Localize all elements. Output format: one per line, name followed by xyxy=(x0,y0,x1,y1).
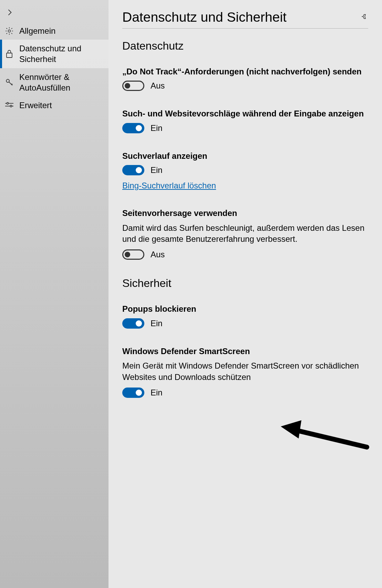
setting-suggestions: Such- und Websitevorschläge während der … xyxy=(122,108,368,133)
svg-line-7 xyxy=(295,430,367,447)
gear-icon xyxy=(4,27,14,35)
section-heading-security: Sicherheit xyxy=(122,277,368,290)
toggle-do-not-track[interactable] xyxy=(122,81,144,91)
setting-smartscreen: Windows Defender SmartScreen Mein Gerät … xyxy=(122,346,368,398)
svg-point-2 xyxy=(6,79,9,82)
sidebar: Allgemein Datenschutz und Sicherheit Ken… xyxy=(0,0,109,588)
svg-point-0 xyxy=(8,30,11,32)
sidebar-item-passwords[interactable]: Kennwörter & AutoAusfüllen xyxy=(0,68,109,96)
setting-label: Seitenvorhersage verwenden xyxy=(122,208,368,219)
sidebar-item-general[interactable]: Allgemein xyxy=(0,22,109,40)
sidebar-item-label: Datenschutz und Sicherheit xyxy=(19,43,104,64)
sidebar-item-privacy-security[interactable]: Datenschutz und Sicherheit xyxy=(0,40,109,68)
page-title: Datenschutz und Sicherheit xyxy=(122,10,287,25)
section-heading-privacy: Datenschutz xyxy=(122,40,368,52)
setting-search-history: Suchverlauf anzeigen Ein Bing-Suchverlau… xyxy=(122,151,368,190)
chevron-right-icon xyxy=(7,9,13,17)
sidebar-item-label: Kennwörter & AutoAusfüllen xyxy=(19,72,104,93)
toggle-state: Aus xyxy=(151,81,165,91)
title-divider xyxy=(122,28,368,29)
setting-description: Damit wird das Surfen beschleunigt, auße… xyxy=(122,223,368,245)
expand-button[interactable] xyxy=(0,4,109,22)
setting-label: Popups blockieren xyxy=(122,303,368,314)
toggle-smartscreen[interactable] xyxy=(122,388,144,398)
sidebar-item-label: Allgemein xyxy=(19,25,104,36)
toggle-state: Ein xyxy=(151,388,163,398)
toggle-page-prediction[interactable] xyxy=(122,249,144,260)
toggle-state: Aus xyxy=(151,250,165,259)
setting-label: Suchverlauf anzeigen xyxy=(122,151,368,162)
link-clear-bing-history[interactable]: Bing-Suchverlauf löschen xyxy=(122,181,216,190)
main-panel: Datenschutz und Sicherheit Datenschutz „… xyxy=(109,0,382,588)
setting-label: „Do Not Track“-Anforderungen (nicht nach… xyxy=(122,66,368,77)
svg-marker-8 xyxy=(281,420,301,439)
toggle-state: Ein xyxy=(151,123,163,133)
svg-point-4 xyxy=(7,102,9,104)
setting-block-popups: Popups blockieren Ein xyxy=(122,303,368,328)
setting-do-not-track: „Do Not Track“-Anforderungen (nicht nach… xyxy=(122,66,368,91)
toggle-block-popups[interactable] xyxy=(122,318,144,329)
sidebar-item-label: Erweitert xyxy=(19,100,104,111)
setting-page-prediction: Seitenvorhersage verwenden Damit wird da… xyxy=(122,208,368,260)
sliders-icon xyxy=(4,102,14,109)
key-icon xyxy=(4,78,14,87)
setting-label: Such- und Websitevorschläge während der … xyxy=(122,108,368,119)
setting-description: Mein Gerät mit Windows Defender SmartScr… xyxy=(122,360,368,383)
toggle-suggestions[interactable] xyxy=(122,123,144,133)
pin-icon[interactable] xyxy=(360,12,368,22)
setting-label: Windows Defender SmartScreen xyxy=(122,346,368,357)
toggle-state: Ein xyxy=(151,319,163,328)
toggle-search-history[interactable] xyxy=(122,165,144,175)
svg-rect-1 xyxy=(7,53,12,58)
lock-icon xyxy=(4,49,14,59)
sidebar-item-advanced[interactable]: Erweitert xyxy=(0,96,109,114)
annotation-arrow-icon xyxy=(281,420,370,459)
toggle-state: Ein xyxy=(151,165,163,175)
svg-point-6 xyxy=(10,105,12,107)
